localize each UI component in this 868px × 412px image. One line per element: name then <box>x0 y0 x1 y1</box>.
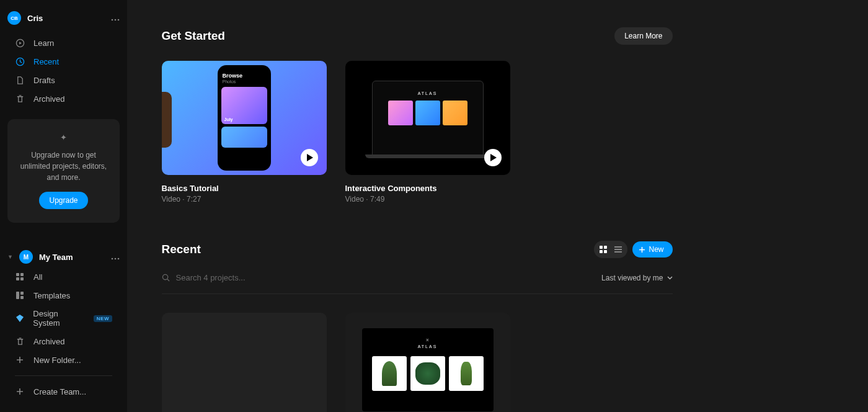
list-view-button[interactable] <box>611 243 626 256</box>
svg-point-5 <box>112 258 113 260</box>
user-menu-icon[interactable] <box>111 13 120 23</box>
svg-rect-17 <box>600 250 603 253</box>
svg-rect-21 <box>614 251 622 253</box>
play-icon <box>301 149 318 166</box>
file-icon <box>15 75 25 85</box>
team-item-archived[interactable]: Archived <box>7 332 120 351</box>
project-cards-row: × ATLAS <box>162 313 673 412</box>
video-meta: Video · 7:27 <box>162 195 327 204</box>
new-badge: NEW <box>94 315 112 322</box>
team-item-templates[interactable]: Templates <box>7 286 120 305</box>
team-row[interactable]: ▼ M My Team <box>0 246 127 267</box>
user-avatar[interactable]: CB <box>7 11 21 25</box>
nav-label: All <box>33 272 42 282</box>
svg-point-1 <box>115 19 117 21</box>
svg-point-22 <box>162 274 167 279</box>
svg-rect-16 <box>604 246 607 249</box>
plus-icon <box>15 387 25 396</box>
nav-label: Create Team... <box>33 387 86 396</box>
main-content: Get Started Learn More Browse Photos Jul… <box>127 0 868 412</box>
nav-label: Archived <box>33 337 65 346</box>
play-icon <box>484 149 502 166</box>
team-item-design-system[interactable]: Design System NEW <box>7 305 120 332</box>
grid-icon <box>15 272 25 282</box>
project-label: ATLAS <box>371 344 485 349</box>
nav-learn[interactable]: Learn <box>7 34 120 52</box>
get-started-header: Get Started Learn More <box>162 27 673 45</box>
new-button[interactable]: New <box>632 241 672 258</box>
svg-rect-11 <box>20 277 24 280</box>
project-card[interactable]: × ATLAS <box>345 313 510 412</box>
divider <box>15 375 112 376</box>
phone-subtitle: Photos <box>221 79 267 87</box>
team-avatar: M <box>19 250 33 264</box>
team-item-all[interactable]: All <box>7 267 120 286</box>
plus-icon <box>15 355 25 365</box>
nav-recent[interactable]: Recent <box>7 52 120 71</box>
view-toggle <box>594 241 627 258</box>
team-menu-icon[interactable] <box>111 252 120 262</box>
phone-title: Browse <box>221 70 267 79</box>
svg-point-7 <box>118 258 120 260</box>
team-item-new-folder[interactable]: New Folder... <box>7 351 120 369</box>
video-meta: Video · 7:49 <box>345 195 510 204</box>
nav-label: Design System <box>33 309 85 328</box>
video-thumbnail: Browse Photos July <box>162 61 327 175</box>
nav-label: Drafts <box>33 76 55 85</box>
plus-icon <box>639 246 645 253</box>
svg-rect-8 <box>16 273 19 276</box>
upgrade-button[interactable]: Upgrade <box>39 192 87 209</box>
clock-icon <box>15 56 25 66</box>
nav-label: New Folder... <box>33 356 81 365</box>
svg-rect-15 <box>600 246 603 249</box>
new-button-label: New <box>649 245 663 254</box>
video-title: Interactive Components <box>345 184 510 193</box>
user-name: Cris <box>27 14 105 23</box>
search-icon <box>162 274 170 282</box>
learn-more-button[interactable]: Learn More <box>614 27 672 45</box>
laptop-label: ATLAS <box>381 91 474 96</box>
nav-label: Templates <box>33 291 70 300</box>
nav-label: Archived <box>33 94 65 104</box>
view-controls: New <box>594 241 672 258</box>
trash-icon <box>15 336 25 346</box>
sort-dropdown[interactable]: Last viewed by me <box>601 274 672 282</box>
caret-down-icon: ▼ <box>7 254 13 260</box>
team-name: My Team <box>39 253 105 262</box>
sparkle-icon: ✦ <box>19 133 108 142</box>
user-row: CB Cris <box>0 11 127 34</box>
project-card[interactable] <box>162 313 327 412</box>
video-card-interactive[interactable]: ATLAS Interactive Components Video · 7:4… <box>345 61 510 204</box>
trash-icon <box>15 94 25 104</box>
svg-rect-14 <box>20 296 24 299</box>
svg-point-2 <box>118 19 120 21</box>
svg-rect-13 <box>20 292 24 295</box>
upgrade-text: Upgrade now to get unlimited projects, e… <box>19 150 108 183</box>
search-input[interactable] <box>176 272 602 284</box>
section-title: Recent <box>162 243 201 256</box>
phone-month: July <box>224 117 233 122</box>
create-team-button[interactable]: Create Team... <box>7 382 120 401</box>
svg-rect-9 <box>20 273 24 276</box>
nav-drafts[interactable]: Drafts <box>7 71 120 89</box>
nav-label: Recent <box>33 57 59 66</box>
video-cards-row: Browse Photos July Basics Tutorial Video… <box>162 61 673 204</box>
svg-rect-19 <box>614 246 622 248</box>
grid-view-button[interactable] <box>596 243 611 256</box>
svg-rect-10 <box>16 277 19 280</box>
diamond-icon <box>15 313 24 323</box>
svg-rect-12 <box>16 292 19 299</box>
sidebar: CB Cris Learn Recent Drafts Archived ✦ U… <box>0 0 127 412</box>
recent-header: Recent New <box>162 241 673 258</box>
svg-point-0 <box>112 19 113 21</box>
video-card-basics[interactable]: Browse Photos July Basics Tutorial Video… <box>162 61 327 204</box>
nav-archived[interactable]: Archived <box>7 89 120 108</box>
play-circle-icon <box>15 38 25 48</box>
video-title: Basics Tutorial <box>162 184 327 193</box>
section-title: Get Started <box>162 29 225 43</box>
upgrade-card: ✦ Upgrade now to get unlimited projects,… <box>7 119 120 223</box>
svg-point-6 <box>115 258 117 260</box>
video-thumbnail: ATLAS <box>345 61 510 175</box>
chevron-down-icon <box>667 276 673 280</box>
templates-icon <box>15 290 25 300</box>
